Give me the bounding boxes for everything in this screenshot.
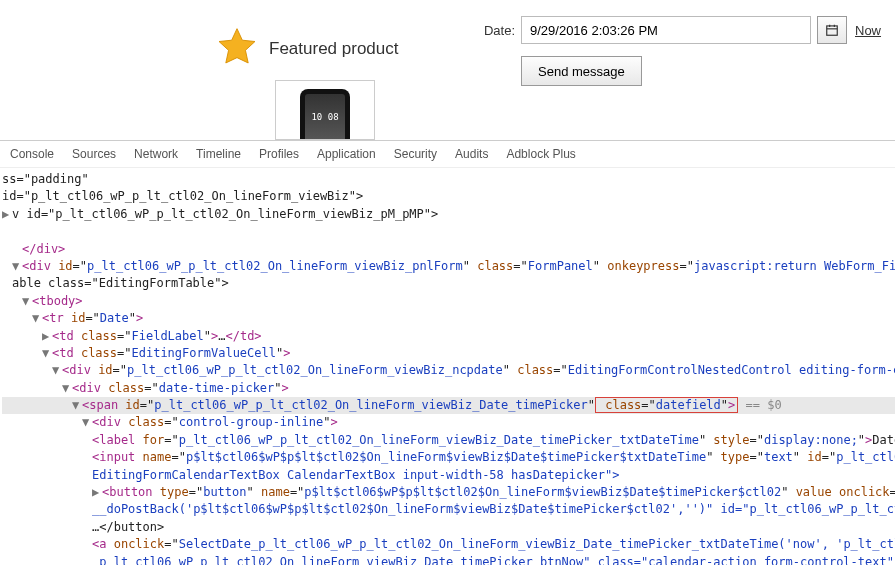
devtools-tabs: Console Sources Network Timeline Profile… [0,141,895,168]
calendar-button[interactable] [817,16,847,44]
tab-sources[interactable]: Sources [72,147,116,161]
code-line[interactable]: ▼<div id="p_lt_ctl06_wP_p_lt_ctl02_On_li… [2,258,895,275]
code-line[interactable]: ▼<td class="EditingFormValueCell"> [2,345,895,362]
highlighted-attribute: class="datefield"> [595,397,738,413]
star-icon [215,25,259,72]
code-line[interactable]: __doPostBack('p$lt$ctl06$wP$p$lt$ctl02$O… [2,501,895,518]
tab-audits[interactable]: Audits [455,147,488,161]
tab-application[interactable]: Application [317,147,376,161]
code-line[interactable]: ▼<div class="date-time-picker"> [2,380,895,397]
code-line[interactable]: <a onclick="SelectDate_p_lt_ctl06_wP_p_l… [2,536,895,553]
product-image: 10 08 [275,80,375,140]
code-line[interactable]: </div> [2,241,895,258]
date-label: Date: [480,23,515,38]
code-line[interactable]: EditingFormCalendarTextBox CalendarTextB… [2,467,895,484]
code-line[interactable]: able class="EditingFormTable"> [2,275,895,292]
code-line[interactable]: <label for="p_lt_ctl06_wP_p_lt_ctl02_On_… [2,432,895,449]
featured-product-panel: Featured product 10 08 [0,0,480,140]
send-message-button[interactable]: Send message [521,56,642,86]
code-line[interactable]: _p_lt_ctl06_wP_p_lt_ctl02_On_lineForm_vi… [2,554,895,565]
code-line[interactable]: …</button> [2,519,895,536]
tab-network[interactable]: Network [134,147,178,161]
code-line[interactable]: <input name="p$lt$ctl06$wP$p$lt$ctl02$On… [2,449,895,466]
tab-timeline[interactable]: Timeline [196,147,241,161]
code-line[interactable]: ▼<div class="control-group-inline"> [2,414,895,431]
code-line[interactable]: ▶v id="p_lt_ctl06_wP_p_lt_ctl02_On_lineF… [2,206,895,223]
code-line[interactable]: ▼<tbody> [2,293,895,310]
now-link[interactable]: Now [855,23,881,38]
device-clock: 10 08 [305,94,345,139]
featured-title: Featured product [269,39,398,59]
elements-tree[interactable]: ss="padding" id="p_lt_ctl06_wP_p_lt_ctl0… [0,168,895,565]
svg-rect-0 [827,26,838,35]
tab-security[interactable]: Security [394,147,437,161]
code-line[interactable]: ▶<button type="button" name="p$lt$ctl06$… [2,484,895,501]
code-line[interactable]: ▼<tr id="Date"> [2,310,895,327]
tab-profiles[interactable]: Profiles [259,147,299,161]
code-line-selected[interactable]: ▼<span id="p_lt_ctl06_wP_p_lt_ctl02_On_l… [2,397,895,414]
code-line[interactable]: ▼<div id="p_lt_ctl06_wP_p_lt_ctl02_On_li… [2,362,895,379]
form-panel: Date: Now Send message [480,0,895,140]
code-line[interactable]: ss="padding" [2,171,895,188]
calendar-icon [825,23,839,37]
code-line[interactable]: id="p_lt_ctl06_wP_p_lt_ctl02_On_lineForm… [2,188,895,205]
date-input[interactable] [521,16,811,44]
tab-adblock[interactable]: Adblock Plus [506,147,575,161]
devtools-panel: Console Sources Network Timeline Profile… [0,140,895,565]
code-line[interactable]: ▶<td class="FieldLabel">…</td> [2,328,895,345]
code-line [2,223,895,240]
tab-console[interactable]: Console [10,147,54,161]
